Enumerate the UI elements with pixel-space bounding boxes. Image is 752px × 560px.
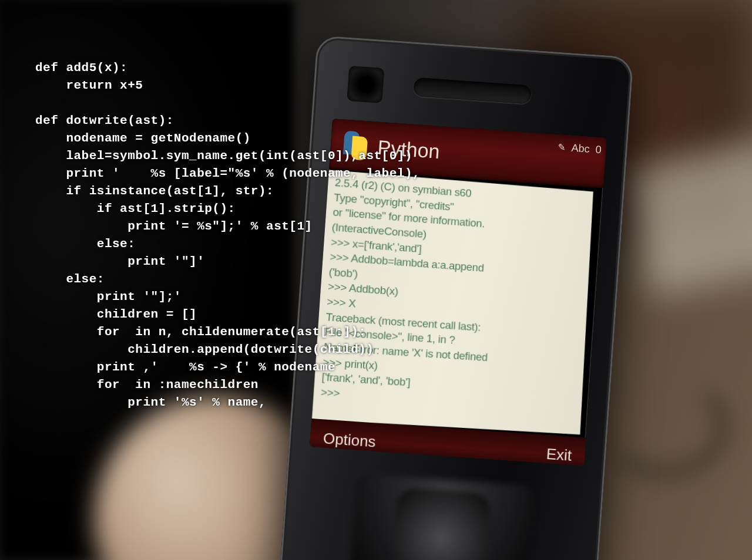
- code-line: if isinstance(ast[1], str):: [35, 184, 274, 198]
- background-cable: [602, 375, 728, 478]
- status-counter: 0: [595, 143, 602, 156]
- code-line: print '= %s"];' % ast[1]: [35, 220, 313, 233]
- code-line: if ast[1].strip():: [35, 202, 236, 215]
- code-line: print ' %s [label="%s' % (nodename, labe…: [35, 167, 420, 180]
- code-line: print '%s' % name,: [35, 396, 266, 409]
- code-line: else:: [35, 272, 105, 286]
- code-line: print '"]': [35, 255, 204, 268]
- code-line: children = []: [35, 308, 197, 321]
- code-line: else:: [35, 237, 135, 251]
- code-overlay: def add5(x): return x+5 def dotwrite(ast…: [35, 59, 420, 411]
- code-line: print ,' %s -> {' % nodename: [35, 360, 335, 374]
- code-line: children.append(dotwrite(child)): [35, 343, 374, 356]
- code-line: print '"];': [35, 290, 182, 303]
- softkey-exit[interactable]: Exit: [546, 444, 572, 464]
- code-line: for in n, childenumerate(ast[1:]):: [35, 325, 366, 339]
- code-line: def dotwrite(ast):: [35, 114, 174, 127]
- pencil-icon: ✎: [558, 141, 566, 153]
- input-mode: Abc: [571, 141, 590, 155]
- code-line: for in :namechildren: [35, 378, 258, 392]
- code-line: nodename = getNodename(): [35, 131, 251, 145]
- code-line: label=symbol.sym_name.get(int(ast[0]),as…: [35, 149, 412, 163]
- status-bar: ✎ Abc 0: [558, 137, 602, 160]
- scene-root: Python ✎ Abc 0 2.5.4 (r2) (C) on symbian…: [0, 0, 752, 560]
- phone-dpad[interactable]: [391, 488, 491, 560]
- code-line: def add5(x):: [35, 61, 127, 75]
- code-line: return x+5: [35, 79, 143, 92]
- softkey-options[interactable]: Options: [323, 429, 377, 451]
